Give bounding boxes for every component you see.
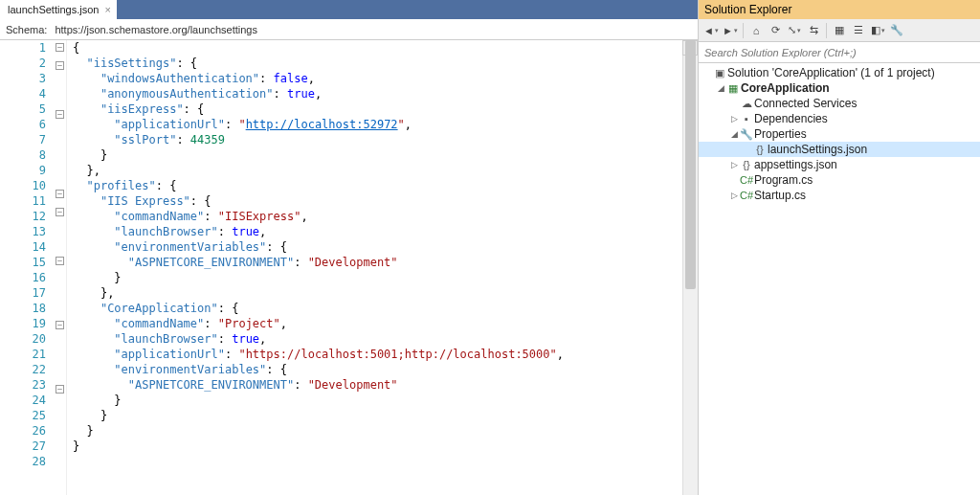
code-line[interactable]: "windowsAuthentication": false, bbox=[73, 71, 682, 86]
code-editor[interactable]: 1234567891011121314151617181920212223242… bbox=[0, 40, 698, 495]
line-number: 27 bbox=[0, 439, 46, 454]
code-line[interactable]: "environmentVariables": { bbox=[73, 362, 682, 377]
line-number: 11 bbox=[0, 193, 46, 209]
code-line[interactable]: { bbox=[73, 40, 682, 56]
line-number: 19 bbox=[0, 316, 46, 331]
tree-item-label: launchSettings.json bbox=[768, 143, 867, 156]
line-number: 10 bbox=[0, 178, 46, 193]
code-line[interactable]: } bbox=[73, 423, 682, 439]
line-number: 6 bbox=[0, 117, 46, 132]
fold-toggle-icon: − bbox=[56, 61, 64, 70]
tree-item-label: Connected Services bbox=[754, 97, 857, 110]
code-content[interactable]: { "iisSettings": { "windowsAuthenticatio… bbox=[67, 40, 682, 495]
code-line[interactable]: "applicationUrl": "http://localhost:5297… bbox=[73, 117, 682, 132]
tree-item-appsettings-json[interactable]: ▷{}appsettings.json bbox=[699, 157, 980, 172]
close-icon[interactable]: × bbox=[104, 4, 110, 15]
expand-icon[interactable]: ◢ bbox=[716, 83, 725, 93]
json-icon: {} bbox=[752, 144, 768, 155]
vertical-scrollbar[interactable]: ≡ bbox=[682, 40, 698, 495]
line-number: 21 bbox=[0, 347, 46, 362]
tree-item-program-cs[interactable]: C#Program.cs bbox=[699, 172, 980, 188]
solution-tree[interactable]: ▣Solution 'CoreApplication' (1 of 1 proj… bbox=[699, 63, 980, 495]
code-line[interactable] bbox=[73, 454, 682, 469]
tree-item-coreapplication[interactable]: ◢▦CoreApplication bbox=[699, 80, 980, 96]
preview-icon[interactable]: ◧ bbox=[869, 22, 886, 39]
tree-item-label: Properties bbox=[754, 127, 807, 141]
tree-item-dependencies[interactable]: ▷▪Dependencies bbox=[699, 111, 980, 126]
showall-icon[interactable]: ▦ bbox=[831, 22, 848, 39]
fold-toggle-icon: − bbox=[56, 257, 64, 265]
line-number: 4 bbox=[0, 86, 46, 101]
solution-explorer-search[interactable] bbox=[699, 42, 980, 63]
line-number: 1 bbox=[0, 40, 46, 56]
properties-icon[interactable]: ☰ bbox=[850, 22, 867, 39]
code-line[interactable]: "applicationUrl": "https://localhost:500… bbox=[73, 347, 682, 362]
dep-icon: ▪ bbox=[739, 113, 754, 124]
code-line[interactable]: } bbox=[73, 439, 682, 454]
fold-gutter[interactable]: −−−−−−−− bbox=[54, 40, 67, 495]
line-number: 26 bbox=[0, 423, 46, 439]
home-icon[interactable]: ⌂ bbox=[747, 22, 765, 39]
tree-item-label: Startup.cs bbox=[754, 189, 806, 202]
code-line[interactable]: "anonymousAuthentication": true, bbox=[73, 86, 682, 101]
search-input[interactable] bbox=[699, 47, 980, 58]
solution-explorer-toolbar: ◄►⌂⟳⤡⇆▦☰◧🔧 bbox=[699, 19, 980, 42]
fold-toggle-icon: − bbox=[56, 190, 64, 198]
cs-icon: C# bbox=[739, 190, 754, 201]
sln-icon: ▣ bbox=[712, 67, 727, 79]
scrollbar-thumb[interactable] bbox=[685, 40, 696, 289]
code-line[interactable]: "launchBrowser": true, bbox=[73, 331, 682, 347]
code-line[interactable]: "CoreApplication": { bbox=[73, 301, 682, 316]
solution-explorer-title: Solution Explorer bbox=[699, 0, 980, 19]
sync-icon[interactable]: ⇆ bbox=[805, 22, 822, 39]
tree-item-solution-coreapplication-1-of-1-project[interactable]: ▣Solution 'CoreApplication' (1 of 1 proj… bbox=[699, 65, 980, 80]
line-number: 20 bbox=[0, 331, 46, 347]
collapse-icon[interactable]: ⤡ bbox=[786, 22, 803, 39]
expand-icon[interactable]: ▷ bbox=[729, 114, 739, 124]
code-line[interactable]: }, bbox=[73, 163, 682, 178]
expand-icon[interactable]: ▷ bbox=[729, 160, 739, 169]
code-line[interactable]: "IIS Express": { bbox=[73, 193, 682, 209]
line-number-gutter: 1234567891011121314151617181920212223242… bbox=[0, 40, 54, 495]
code-line[interactable]: "profiles": { bbox=[73, 178, 682, 193]
tree-item-launchsettings-json[interactable]: {}launchSettings.json bbox=[699, 142, 980, 157]
code-line[interactable]: }, bbox=[73, 285, 682, 301]
code-line[interactable]: "sslPort": 44359 bbox=[73, 132, 682, 147]
code-line[interactable]: "iisExpress": { bbox=[73, 101, 682, 117]
code-line[interactable]: } bbox=[73, 270, 682, 285]
code-line[interactable]: "commandName": "Project", bbox=[73, 316, 682, 331]
wrench-icon[interactable]: 🔧 bbox=[888, 22, 905, 39]
json-icon: {} bbox=[739, 159, 754, 170]
code-line[interactable]: "ASPNETCORE_ENVIRONMENT": "Development" bbox=[73, 377, 682, 393]
expand-icon[interactable]: ◢ bbox=[729, 129, 739, 139]
line-number: 16 bbox=[0, 270, 46, 285]
code-line[interactable]: } bbox=[73, 408, 682, 423]
line-number: 15 bbox=[0, 255, 46, 270]
line-number: 17 bbox=[0, 285, 46, 301]
tree-item-label: appsettings.json bbox=[754, 158, 837, 171]
line-number: 9 bbox=[0, 163, 46, 178]
tree-item-startup-cs[interactable]: ▷C#Startup.cs bbox=[699, 188, 980, 203]
tree-item-label: Dependencies bbox=[754, 112, 828, 125]
tree-item-label: Solution 'CoreApplication' (1 of 1 proje… bbox=[727, 66, 935, 79]
code-line[interactable]: "commandName": "IISExpress", bbox=[73, 209, 682, 224]
toolbar-separator bbox=[826, 23, 827, 38]
line-number: 28 bbox=[0, 454, 46, 469]
tree-item-connected-services[interactable]: ☁Connected Services bbox=[699, 96, 980, 111]
schema-url[interactable]: https://json.schemastore.org/launchsetti… bbox=[51, 24, 698, 35]
code-line[interactable]: "iisSettings": { bbox=[73, 56, 682, 71]
code-line[interactable]: "environmentVariables": { bbox=[73, 239, 682, 255]
fold-toggle-icon: − bbox=[56, 208, 64, 216]
tab-launchsettings[interactable]: launchSettings.json × bbox=[0, 0, 117, 19]
tree-item-properties[interactable]: ◢🔧Properties bbox=[699, 126, 980, 142]
refresh-icon[interactable]: ⟳ bbox=[767, 22, 784, 39]
line-number: 23 bbox=[0, 377, 46, 393]
code-line[interactable]: "launchBrowser": true, bbox=[73, 224, 682, 239]
code-line[interactable]: "ASPNETCORE_ENVIRONMENT": "Development" bbox=[73, 255, 682, 270]
expand-icon[interactable]: ▷ bbox=[729, 191, 739, 200]
code-line[interactable]: } bbox=[73, 393, 682, 408]
fwd-icon[interactable]: ► bbox=[722, 22, 739, 39]
code-line[interactable]: } bbox=[73, 147, 682, 163]
back-icon[interactable]: ◄ bbox=[702, 22, 720, 39]
editor-pane: launchSettings.json × Schema: https://js… bbox=[0, 0, 699, 495]
